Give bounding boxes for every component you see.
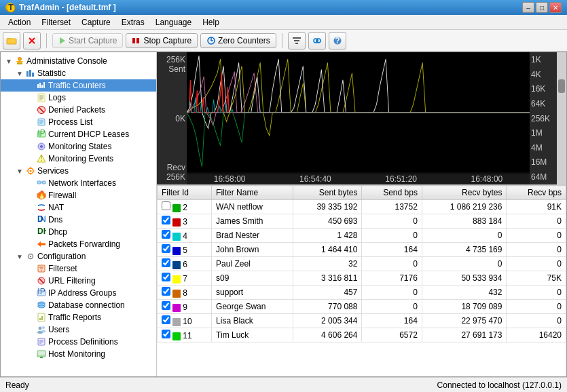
configuration-icon xyxy=(25,251,36,262)
open-button[interactable] xyxy=(3,32,20,50)
zero-counters-button[interactable]: Zero Counters xyxy=(200,33,276,48)
denied-packets-label: Denied Packets xyxy=(47,105,105,115)
sent-bytes: 450 693 xyxy=(293,214,362,229)
start-capture-label: Start Capture xyxy=(69,36,117,45)
filter-button[interactable] xyxy=(288,32,306,50)
maximize-button[interactable]: □ xyxy=(536,2,548,13)
table-row[interactable]: 7s093 316 811717650 533 93475K xyxy=(158,271,566,286)
table-row[interactable]: 4Brad Nester1 428000 xyxy=(158,229,566,243)
monitoring-events-label: Monitoring Events xyxy=(47,154,113,163)
sidebar-item-logs[interactable]: Logs xyxy=(1,92,156,104)
table-row[interactable]: 9George Swan770 088018 709 0890 xyxy=(158,300,566,314)
col-recv-bytes[interactable]: Recv bytes xyxy=(422,186,507,200)
logs-icon xyxy=(36,92,47,103)
col-sent-bytes[interactable]: Sent bytes xyxy=(293,186,362,200)
sidebar-item-traffic-reports[interactable]: Traffic Reports xyxy=(1,311,156,324)
col-send-bps[interactable]: Send bps xyxy=(362,186,422,200)
sidebar-item-services[interactable]: ▼ Services xyxy=(1,165,156,177)
col-filter-id[interactable]: Filter Id xyxy=(158,186,212,200)
traffic-counters-icon xyxy=(36,80,47,91)
sidebar-item-denied-packets[interactable]: Denied Packets xyxy=(1,104,156,116)
link-button[interactable] xyxy=(308,32,326,50)
svg-point-47 xyxy=(30,170,32,172)
sidebar-item-network-interfaces[interactable]: Network Interfaces xyxy=(1,177,156,189)
sent-bytes: 3 316 811 xyxy=(293,271,362,286)
menu-language[interactable]: Language xyxy=(150,16,197,28)
recv-bytes: 4 735 169 xyxy=(422,243,507,257)
sidebar-item-ip-groups[interactable]: IP IP Address Groups xyxy=(1,287,156,299)
col-filter-name[interactable]: Filter Name xyxy=(212,186,293,200)
svg-marker-6 xyxy=(60,37,65,44)
chart-svg xyxy=(187,52,530,174)
sidebar-item-packets-forwarding[interactable]: Packets Forwarding xyxy=(1,238,156,250)
row-checkbox[interactable] xyxy=(162,273,170,281)
chart-label-sent: 256KSent xyxy=(158,55,185,74)
row-checkbox[interactable] xyxy=(162,201,170,210)
network-interfaces-icon xyxy=(36,178,47,189)
sidebar-item-users[interactable]: Users xyxy=(1,324,156,336)
row-checkbox[interactable] xyxy=(162,330,170,338)
minimize-button[interactable]: – xyxy=(522,2,534,13)
recv-bps: 0 xyxy=(507,229,566,243)
configuration-label: Configuration xyxy=(36,252,86,261)
row-checkbox[interactable] xyxy=(162,230,170,239)
stop-capture-button[interactable]: Stop Capture xyxy=(126,33,198,48)
table-row[interactable]: 3James Smith450 6930883 1840 xyxy=(158,214,566,229)
sidebar-admin-console[interactable]: ▼ Administative Console xyxy=(1,55,156,67)
sidebar-item-dhcp[interactable]: DH Dhcp xyxy=(1,226,156,238)
chart-scrollbar[interactable] xyxy=(557,52,566,184)
sidebar: ▼ Administative Console ▼ Statistic Traf… xyxy=(1,52,157,376)
main-container: ▼ Administative Console ▼ Statistic Traf… xyxy=(0,52,567,377)
menu-capture[interactable]: Capture xyxy=(76,16,116,28)
sent-bytes: 2 005 344 xyxy=(293,314,362,328)
menu-help[interactable]: Help xyxy=(197,16,225,28)
sidebar-item-process-list[interactable]: Process List xyxy=(1,116,156,128)
dhcp-icon: DH xyxy=(36,227,47,237)
sidebar-item-monitoring-events[interactable]: ! Monitoring Events xyxy=(1,153,156,165)
row-checkbox[interactable] xyxy=(162,216,170,224)
close-file-button[interactable] xyxy=(23,32,41,50)
sidebar-item-monitoring-states[interactable]: Monitoring States xyxy=(1,140,156,153)
sidebar-item-firewall[interactable]: 🔥 Firewall xyxy=(1,189,156,201)
help-button[interactable]: ? xyxy=(329,32,346,50)
table-row[interactable]: 10Lisa Black2 005 34416422 975 4700 xyxy=(158,314,566,328)
db-connection-label: Database connection xyxy=(47,300,125,310)
table-row[interactable]: 5John Brown1 464 4101644 735 1690 xyxy=(158,243,566,257)
table-row[interactable]: 2WAN netflow39 335 192137521 086 219 236… xyxy=(158,200,566,214)
sidebar-item-host-monitoring[interactable]: Host Monitoring xyxy=(1,348,156,360)
table-row[interactable]: 6Paul Zeel32000 xyxy=(158,257,566,271)
chart-scrollbar-thumb[interactable] xyxy=(558,79,565,93)
services-icon xyxy=(25,165,36,176)
sidebar-item-dns[interactable]: DNS Dns xyxy=(1,214,156,226)
recv-bps: 16420 xyxy=(507,328,566,342)
sidebar-item-configuration[interactable]: ▼ Configuration xyxy=(1,250,156,262)
row-checkbox[interactable] xyxy=(162,244,170,253)
sidebar-item-filterset[interactable]: Filterset xyxy=(1,262,156,275)
sidebar-item-statistic[interactable]: ▼ Statistic xyxy=(1,67,156,79)
start-capture-button[interactable]: Start Capture xyxy=(52,33,123,48)
table-row[interactable]: 8support45704320 xyxy=(158,286,566,300)
svg-rect-19 xyxy=(16,61,23,62)
sidebar-item-db-connection[interactable]: Database connection xyxy=(1,299,156,311)
menu-filterset[interactable]: Filterset xyxy=(36,16,76,28)
menu-action[interactable]: Action xyxy=(3,16,36,28)
recv-bps: 0 xyxy=(507,214,566,229)
send-bps: 0 xyxy=(362,214,422,229)
row-checkbox[interactable] xyxy=(162,315,170,324)
sent-bytes: 4 606 264 xyxy=(293,328,362,342)
monitoring-states-label: Monitoring States xyxy=(47,142,111,151)
close-button[interactable]: ✕ xyxy=(549,2,562,13)
sidebar-item-nat[interactable]: NAT xyxy=(1,201,156,214)
sidebar-item-traffic-counters[interactable]: Traffic Counters xyxy=(1,79,156,92)
svg-text:NS: NS xyxy=(40,215,46,224)
row-checkbox[interactable] xyxy=(162,258,170,267)
dns-label: Dns xyxy=(47,215,62,224)
table-row[interactable]: 11Tim Luck4 606 264657227 691 17316420 xyxy=(158,328,566,342)
col-recv-bps[interactable]: Recv bps xyxy=(507,186,566,200)
menu-extras[interactable]: Extras xyxy=(116,16,150,28)
row-checkbox[interactable] xyxy=(162,301,170,310)
row-checkbox[interactable] xyxy=(162,287,170,296)
sidebar-item-url-filtering[interactable]: URL Filtering xyxy=(1,275,156,287)
sidebar-item-process-definitions[interactable]: Process Definitions xyxy=(1,336,156,348)
sidebar-item-dhcp-leases[interactable]: IP Current DHCP Leases xyxy=(1,128,156,140)
